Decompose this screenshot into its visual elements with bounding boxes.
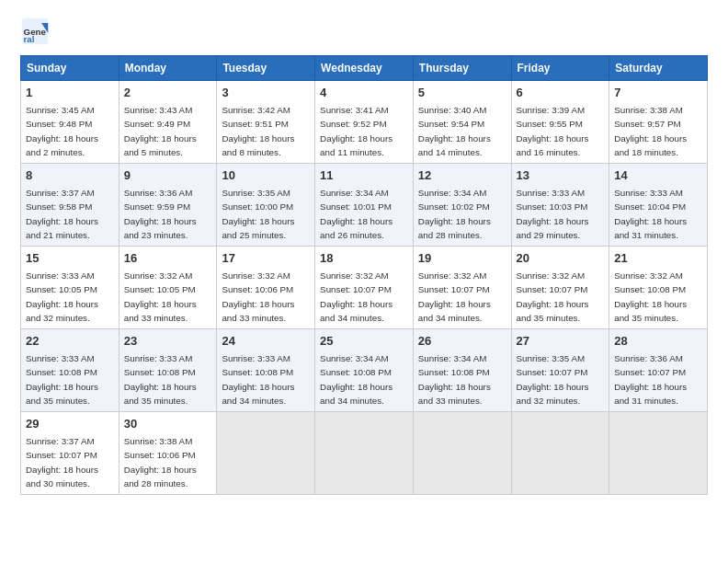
col-header-monday: Monday bbox=[119, 56, 217, 81]
day-info: Sunrise: 3:37 AMSunset: 9:58 PMDaylight:… bbox=[26, 188, 98, 240]
day-cell: 25Sunrise: 3:34 AMSunset: 10:08 PMDaylig… bbox=[315, 329, 414, 412]
day-info: Sunrise: 3:32 AMSunset: 10:06 PMDaylight… bbox=[222, 270, 294, 323]
day-cell: 6Sunrise: 3:39 AMSunset: 9:55 PMDaylight… bbox=[511, 81, 609, 164]
day-info: Sunrise: 3:32 AMSunset: 10:08 PMDaylight… bbox=[614, 270, 687, 323]
svg-text:ral: ral bbox=[24, 34, 35, 44]
day-cell: 10Sunrise: 3:35 AMSunset: 10:00 PMDaylig… bbox=[217, 164, 315, 247]
col-header-tuesday: Tuesday bbox=[217, 56, 315, 81]
day-info: Sunrise: 3:38 AMSunset: 10:06 PMDaylight… bbox=[124, 436, 197, 488]
day-info: Sunrise: 3:36 AMSunset: 9:59 PMDaylight:… bbox=[124, 188, 197, 240]
day-info: Sunrise: 3:35 AMSunset: 10:00 PMDaylight… bbox=[222, 188, 294, 240]
day-number: 12 bbox=[418, 167, 506, 184]
day-info: Sunrise: 3:33 AMSunset: 10:05 PMDaylight… bbox=[26, 270, 98, 323]
day-cell bbox=[413, 412, 511, 495]
day-cell: 3Sunrise: 3:42 AMSunset: 9:51 PMDaylight… bbox=[217, 81, 315, 164]
day-cell: 28Sunrise: 3:36 AMSunset: 10:07 PMDaylig… bbox=[609, 329, 708, 412]
day-info: Sunrise: 3:45 AMSunset: 9:48 PMDaylight:… bbox=[26, 105, 98, 157]
day-number: 6 bbox=[517, 85, 605, 101]
day-info: Sunrise: 3:32 AMSunset: 10:07 PMDaylight… bbox=[517, 270, 589, 323]
day-info: Sunrise: 3:34 AMSunset: 10:02 PMDaylight… bbox=[418, 188, 491, 240]
day-cell bbox=[217, 412, 315, 495]
day-info: Sunrise: 3:40 AMSunset: 9:54 PMDaylight:… bbox=[418, 105, 491, 157]
day-cell: 23Sunrise: 3:33 AMSunset: 10:08 PMDaylig… bbox=[119, 329, 217, 412]
col-header-saturday: Saturday bbox=[609, 56, 708, 81]
logo: Gene ral bbox=[20, 17, 53, 46]
day-cell: 1Sunrise: 3:45 AMSunset: 9:48 PMDaylight… bbox=[21, 81, 119, 164]
day-number: 7 bbox=[614, 85, 702, 101]
day-info: Sunrise: 3:42 AMSunset: 9:51 PMDaylight:… bbox=[222, 105, 294, 157]
day-cell: 4Sunrise: 3:41 AMSunset: 9:52 PMDaylight… bbox=[315, 81, 414, 164]
day-info: Sunrise: 3:32 AMSunset: 10:07 PMDaylight… bbox=[320, 270, 392, 323]
day-info: Sunrise: 3:41 AMSunset: 9:52 PMDaylight:… bbox=[320, 105, 392, 157]
day-cell: 5Sunrise: 3:40 AMSunset: 9:54 PMDaylight… bbox=[413, 81, 511, 164]
day-cell: 13Sunrise: 3:33 AMSunset: 10:03 PMDaylig… bbox=[511, 164, 609, 247]
day-info: Sunrise: 3:33 AMSunset: 10:08 PMDaylight… bbox=[124, 353, 197, 406]
day-cell: 14Sunrise: 3:33 AMSunset: 10:04 PMDaylig… bbox=[609, 164, 708, 247]
day-number: 22 bbox=[26, 333, 114, 350]
day-info: Sunrise: 3:38 AMSunset: 9:57 PMDaylight:… bbox=[614, 105, 687, 157]
day-number: 2 bbox=[124, 85, 212, 101]
day-cell: 20Sunrise: 3:32 AMSunset: 10:07 PMDaylig… bbox=[511, 247, 609, 329]
col-header-friday: Friday bbox=[511, 56, 609, 81]
day-cell: 21Sunrise: 3:32 AMSunset: 10:08 PMDaylig… bbox=[609, 247, 708, 329]
day-cell: 26Sunrise: 3:34 AMSunset: 10:08 PMDaylig… bbox=[413, 329, 511, 412]
day-info: Sunrise: 3:35 AMSunset: 10:07 PMDaylight… bbox=[517, 353, 589, 406]
calendar-table: SundayMondayTuesdayWednesdayThursdayFrid… bbox=[20, 55, 708, 495]
day-cell: 2Sunrise: 3:43 AMSunset: 9:49 PMDaylight… bbox=[119, 81, 217, 164]
logo-icon: Gene ral bbox=[20, 17, 50, 46]
day-info: Sunrise: 3:32 AMSunset: 10:05 PMDaylight… bbox=[124, 270, 197, 323]
day-cell: 15Sunrise: 3:33 AMSunset: 10:05 PMDaylig… bbox=[21, 247, 119, 329]
day-number: 13 bbox=[517, 167, 605, 184]
day-info: Sunrise: 3:39 AMSunset: 9:55 PMDaylight:… bbox=[517, 105, 589, 157]
day-info: Sunrise: 3:37 AMSunset: 10:07 PMDaylight… bbox=[26, 436, 98, 488]
day-cell: 19Sunrise: 3:32 AMSunset: 10:07 PMDaylig… bbox=[413, 247, 511, 329]
day-number: 28 bbox=[614, 333, 702, 350]
day-number: 1 bbox=[26, 85, 114, 101]
col-header-wednesday: Wednesday bbox=[315, 56, 414, 81]
day-number: 20 bbox=[517, 250, 605, 267]
page: Gene ral SundayMondayTuesdayWednesdayThu… bbox=[0, 0, 728, 563]
day-cell: 9Sunrise: 3:36 AMSunset: 9:59 PMDaylight… bbox=[119, 164, 217, 247]
header: Gene ral bbox=[20, 17, 708, 46]
day-info: Sunrise: 3:43 AMSunset: 9:49 PMDaylight:… bbox=[124, 105, 197, 157]
day-info: Sunrise: 3:34 AMSunset: 10:08 PMDaylight… bbox=[418, 353, 491, 406]
day-number: 25 bbox=[320, 333, 408, 350]
day-cell: 8Sunrise: 3:37 AMSunset: 9:58 PMDaylight… bbox=[21, 164, 119, 247]
week-row-3: 15Sunrise: 3:33 AMSunset: 10:05 PMDaylig… bbox=[21, 247, 708, 329]
day-cell: 7Sunrise: 3:38 AMSunset: 9:57 PMDaylight… bbox=[609, 81, 708, 164]
day-cell bbox=[511, 412, 609, 495]
day-number: 16 bbox=[124, 250, 212, 267]
day-number: 11 bbox=[320, 167, 408, 184]
week-row-5: 29Sunrise: 3:37 AMSunset: 10:07 PMDaylig… bbox=[21, 412, 708, 495]
day-number: 26 bbox=[418, 333, 506, 350]
day-cell: 11Sunrise: 3:34 AMSunset: 10:01 PMDaylig… bbox=[315, 164, 414, 247]
day-cell: 24Sunrise: 3:33 AMSunset: 10:08 PMDaylig… bbox=[217, 329, 315, 412]
day-cell: 22Sunrise: 3:33 AMSunset: 10:08 PMDaylig… bbox=[21, 329, 119, 412]
day-number: 21 bbox=[614, 250, 702, 267]
week-row-2: 8Sunrise: 3:37 AMSunset: 9:58 PMDaylight… bbox=[21, 164, 708, 247]
day-info: Sunrise: 3:34 AMSunset: 10:01 PMDaylight… bbox=[320, 188, 392, 240]
day-info: Sunrise: 3:34 AMSunset: 10:08 PMDaylight… bbox=[320, 353, 392, 406]
day-info: Sunrise: 3:33 AMSunset: 10:04 PMDaylight… bbox=[614, 188, 687, 240]
day-number: 3 bbox=[222, 85, 310, 101]
day-number: 19 bbox=[418, 250, 506, 267]
day-number: 27 bbox=[517, 333, 605, 350]
day-cell: 30Sunrise: 3:38 AMSunset: 10:06 PMDaylig… bbox=[119, 412, 217, 495]
day-number: 17 bbox=[222, 250, 310, 267]
day-number: 30 bbox=[124, 416, 212, 432]
col-header-sunday: Sunday bbox=[21, 56, 119, 81]
day-cell: 12Sunrise: 3:34 AMSunset: 10:02 PMDaylig… bbox=[413, 164, 511, 247]
week-row-4: 22Sunrise: 3:33 AMSunset: 10:08 PMDaylig… bbox=[21, 329, 708, 412]
day-number: 10 bbox=[222, 167, 310, 184]
day-cell bbox=[609, 412, 708, 495]
col-header-thursday: Thursday bbox=[413, 56, 511, 81]
header-row: SundayMondayTuesdayWednesdayThursdayFrid… bbox=[21, 56, 708, 81]
day-number: 4 bbox=[320, 85, 408, 101]
day-cell: 18Sunrise: 3:32 AMSunset: 10:07 PMDaylig… bbox=[315, 247, 414, 329]
day-number: 14 bbox=[614, 167, 702, 184]
day-number: 23 bbox=[124, 333, 212, 350]
day-number: 29 bbox=[26, 416, 114, 432]
day-cell: 17Sunrise: 3:32 AMSunset: 10:06 PMDaylig… bbox=[217, 247, 315, 329]
week-row-1: 1Sunrise: 3:45 AMSunset: 9:48 PMDaylight… bbox=[21, 81, 708, 164]
day-info: Sunrise: 3:33 AMSunset: 10:03 PMDaylight… bbox=[517, 188, 589, 240]
